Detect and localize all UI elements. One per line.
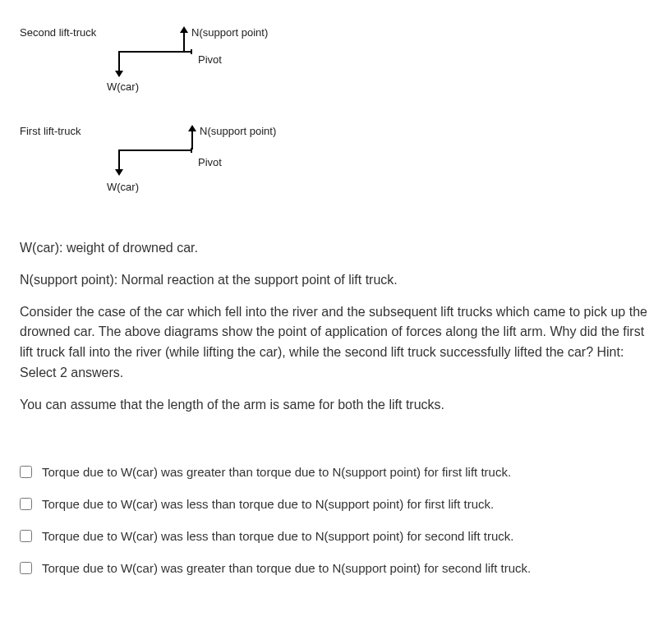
option-0[interactable]: Torque due to W(car) was greater than to…	[20, 465, 652, 479]
n-support-label: N(support point)	[191, 26, 268, 39]
wcar-label: W(car)	[107, 80, 139, 93]
pivot-tick	[191, 148, 192, 153]
definition-nsupport: N(support point): Normal reaction at the…	[20, 270, 652, 291]
pivot-label: Pivot	[198, 156, 222, 168]
arrow-up-icon	[188, 125, 196, 131]
arrow-up-icon	[180, 26, 188, 33]
question-text-section: W(car): weight of drowned car. N(support…	[20, 238, 652, 416]
first-truck-title: First lift-truck	[20, 125, 81, 137]
pivot-label: Pivot	[198, 53, 222, 66]
options-list: Torque due to W(car) was greater than to…	[20, 465, 652, 575]
first-truck-diagram: First lift-truck N(support point) Pivot …	[20, 115, 652, 197]
n-support-label: N(support point)	[200, 125, 276, 137]
option-1-checkbox[interactable]	[20, 498, 32, 510]
arm-line	[118, 150, 192, 151]
arrow-down-shaft	[118, 53, 120, 71]
question-assumption: You can assume that the length of the ar…	[20, 395, 652, 416]
arrow-down-shaft	[118, 151, 120, 169]
question-body: Consider the case of the car which fell …	[20, 302, 652, 384]
option-1[interactable]: Torque due to W(car) was less than torqu…	[20, 497, 652, 511]
option-3-label: Torque due to W(car) was greater than to…	[42, 561, 531, 575]
option-3-checkbox[interactable]	[20, 562, 32, 574]
pivot-tick	[191, 49, 192, 54]
option-0-label: Torque due to W(car) was greater than to…	[42, 465, 511, 479]
option-3[interactable]: Torque due to W(car) was greater than to…	[20, 561, 652, 575]
option-2-label: Torque due to W(car) was less than torqu…	[42, 529, 513, 543]
second-truck-diagram: Second lift-truck N(support point) Pivot…	[20, 16, 652, 99]
diagrams-container: Second lift-truck N(support point) Pivot…	[20, 16, 652, 205]
definition-wcar: W(car): weight of drowned car.	[20, 238, 652, 259]
option-1-label: Torque due to W(car) was less than torqu…	[42, 497, 494, 511]
option-2[interactable]: Torque due to W(car) was less than torqu…	[20, 529, 652, 543]
option-0-checkbox[interactable]	[20, 466, 32, 478]
arrow-up-shaft	[183, 33, 185, 51]
wcar-label: W(car)	[107, 181, 139, 193]
second-truck-title: Second lift-truck	[20, 26, 96, 39]
arrow-down-icon	[115, 169, 123, 176]
arrow-up-shaft	[191, 131, 193, 150]
arrow-down-icon	[115, 71, 123, 77]
arm-line	[118, 51, 192, 53]
option-2-checkbox[interactable]	[20, 530, 32, 542]
